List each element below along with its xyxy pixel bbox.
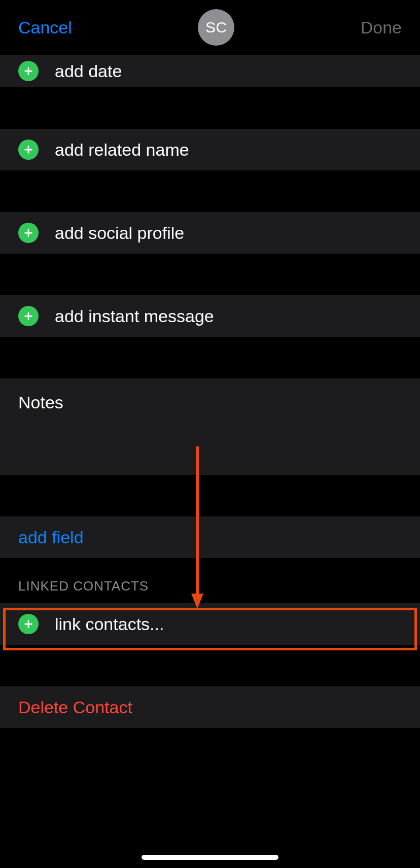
linked-contacts-section-header: LINKED CONTACTS — [0, 558, 420, 603]
plus-icon — [18, 306, 39, 326]
delete-contact-label: Delete Contact — [18, 698, 132, 717]
plus-icon — [18, 223, 39, 243]
cancel-button[interactable]: Cancel — [18, 18, 72, 38]
section-gap — [0, 254, 420, 295]
delete-contact-row[interactable]: Delete Contact — [0, 686, 420, 728]
add-instant-message-row[interactable]: add instant message — [0, 295, 420, 337]
add-date-label: add date — [55, 61, 122, 81]
add-field-row[interactable]: add field — [0, 516, 420, 558]
link-contacts-label: link contacts... — [55, 614, 164, 634]
section-gap — [0, 475, 420, 516]
add-social-profile-row[interactable]: add social profile — [0, 212, 420, 254]
plus-icon — [18, 614, 39, 634]
section-gap — [0, 87, 420, 129]
avatar-initials: SC — [205, 19, 227, 36]
nav-bar: Cancel SC Done — [0, 0, 420, 55]
section-gap — [0, 337, 420, 378]
link-contacts-row[interactable]: link contacts... — [0, 603, 420, 645]
add-social-profile-label: add social profile — [55, 223, 184, 243]
add-instant-message-label: add instant message — [55, 306, 214, 326]
notes-label: Notes — [18, 393, 63, 412]
add-related-name-label: add related name — [55, 140, 189, 160]
done-button[interactable]: Done — [361, 18, 402, 38]
section-gap — [0, 645, 420, 686]
plus-icon — [18, 61, 39, 81]
plus-icon — [18, 140, 39, 160]
add-related-name-row[interactable]: add related name — [0, 129, 420, 170]
add-field-label: add field — [18, 528, 84, 547]
notes-field[interactable]: Notes — [0, 378, 420, 475]
add-date-row[interactable]: add date — [0, 55, 420, 87]
home-indicator — [142, 855, 278, 860]
contact-avatar[interactable]: SC — [198, 9, 234, 46]
section-gap — [0, 170, 420, 212]
